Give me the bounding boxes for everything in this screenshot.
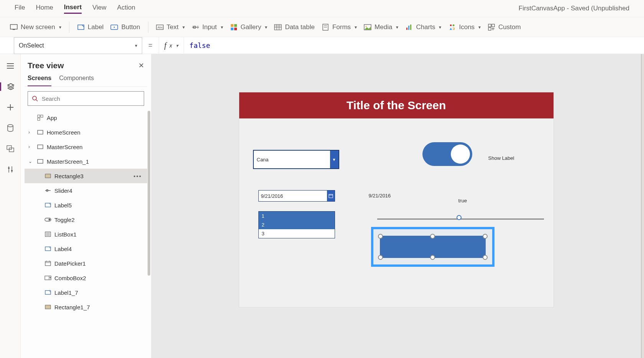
tree-item-rectangle17[interactable]: Rectangle1_7	[25, 300, 147, 314]
list-item[interactable]: 1	[259, 212, 335, 220]
fx-button[interactable]: fx▾	[159, 37, 184, 54]
equals-sign: =	[148, 41, 153, 49]
charts-dd-label: Charts	[416, 23, 435, 31]
charts-dropdown[interactable]: Charts ▾	[405, 23, 441, 31]
search-icon	[32, 95, 38, 102]
tab-screens[interactable]: Screens	[28, 75, 51, 86]
chevron-down-icon[interactable]: ⌄	[28, 159, 34, 164]
media-dropdown[interactable]: Media ▾	[364, 23, 398, 31]
screen-icon	[37, 158, 44, 165]
menu-file[interactable]: File	[15, 4, 25, 13]
rail-data[interactable]	[6, 124, 15, 132]
screen-title[interactable]: Title of the Screen	[239, 92, 554, 118]
tab-components[interactable]: Components	[59, 75, 94, 86]
search-input[interactable]	[28, 91, 144, 106]
canvas-screen[interactable]: Title of the Screen Cana ▼ 9/21/2016 1 2…	[239, 92, 554, 307]
list-item[interactable]: 2	[259, 220, 335, 229]
tree-item-homescreen[interactable]: › HomeScreen	[25, 125, 147, 140]
scrollbar-thumb[interactable]	[148, 111, 150, 276]
tree-item-label: Rectangle1_7	[54, 304, 90, 310]
gallery-dropdown[interactable]: Gallery ▾	[230, 23, 268, 31]
list-item[interactable]: 3	[259, 229, 335, 238]
tree-item-label17[interactable]: Label1_7	[25, 285, 147, 300]
tree-item-rectangle3[interactable]: Rectangle3 •••	[25, 169, 147, 183]
tree-item-listbox1[interactable]: ListBox1	[25, 227, 147, 241]
menu-home[interactable]: Home	[36, 4, 53, 13]
slider-control[interactable]	[377, 217, 544, 221]
selected-rectangle[interactable]	[371, 227, 495, 267]
data-table-button[interactable]: Data table	[274, 23, 315, 31]
tree-item-label: HomeScreen	[47, 129, 80, 136]
gallery-dd-label: Gallery	[241, 23, 261, 31]
search-field[interactable]	[42, 95, 140, 102]
rail-insert[interactable]	[6, 103, 15, 112]
more-icon[interactable]: •••	[133, 173, 142, 179]
resize-handle[interactable]	[378, 234, 383, 239]
custom-dropdown[interactable]: Custom	[488, 23, 521, 31]
svg-rect-76	[329, 194, 333, 198]
true-label[interactable]: true	[458, 198, 467, 204]
resize-handle[interactable]	[483, 255, 488, 260]
formula-input[interactable]: false	[184, 41, 215, 49]
icons-dropdown[interactable]: Icons ▾	[448, 23, 481, 31]
menu-view[interactable]: View	[92, 4, 107, 13]
rectangle-icon	[44, 304, 51, 310]
new-screen-button[interactable]: New screen ▾	[10, 23, 61, 31]
text-dropdown[interactable]: Abc Text ▾	[156, 23, 185, 31]
chevron-down-icon[interactable]: ▼	[330, 151, 338, 168]
date-label[interactable]: 9/21/2016	[369, 193, 391, 199]
tree-item-combobox2[interactable]: ComboBox2	[25, 271, 147, 285]
slider-thumb[interactable]	[457, 215, 462, 220]
menu-insert[interactable]: Insert	[64, 3, 82, 14]
tree-item-label5[interactable]: Label5	[25, 198, 147, 212]
chevron-down-icon: ▾	[59, 25, 61, 30]
property-dropdown[interactable]: OnSelect ▾	[14, 37, 142, 54]
canvas-area[interactable]: ↖ Title of the Screen Cana ▼ 9/21/2016 1…	[151, 54, 641, 358]
rail-media[interactable]	[6, 145, 15, 153]
svg-rect-27	[410, 25, 411, 30]
toggle-label[interactable]: Show Label	[488, 155, 514, 161]
chevron-right-icon[interactable]: ›	[28, 130, 34, 135]
chevron-down-icon: ▾	[221, 25, 223, 30]
toggle-control[interactable]	[422, 142, 472, 166]
tree-item-label4[interactable]: Label4	[25, 241, 147, 256]
svg-rect-53	[38, 159, 43, 163]
layers-icon	[7, 82, 15, 91]
menu-action[interactable]: Action	[117, 4, 135, 13]
chevron-right-icon[interactable]: ›	[28, 144, 34, 149]
svg-point-4	[114, 26, 115, 28]
rail-tree-view[interactable]	[0, 82, 20, 91]
label-button[interactable]: Label	[77, 23, 104, 31]
resize-handle[interactable]	[378, 255, 383, 260]
resize-handle[interactable]	[430, 255, 435, 260]
rectangle-icon	[44, 172, 51, 179]
label-icon	[44, 202, 51, 209]
chevron-down-icon: ▾	[265, 25, 267, 30]
right-panel-edge[interactable]	[641, 54, 644, 358]
tree-item-slider4[interactable]: Slider4	[25, 183, 147, 198]
tree-item-toggle2[interactable]: Toggle2	[25, 212, 147, 227]
chevron-down-icon: ▾	[439, 25, 441, 30]
tree-item-datepicker1[interactable]: DatePicker1	[25, 256, 147, 271]
hamburger-icon[interactable]	[6, 62, 15, 70]
tree-item-masterscreen1[interactable]: ⌄ MasterScreen_1	[25, 154, 147, 169]
rail-tools[interactable]	[6, 165, 15, 174]
input-dropdown[interactable]: Input ▾	[192, 23, 223, 31]
forms-dropdown[interactable]: Forms ▾	[322, 23, 357, 31]
datepicker-control[interactable]: 9/21/2016	[258, 190, 335, 202]
tree-app-root[interactable]: App	[25, 110, 147, 125]
chevron-down-icon: ▾	[182, 25, 185, 30]
tree-item-masterscreen[interactable]: › MasterScreen	[25, 140, 147, 154]
combobox-control[interactable]: Cana ▼	[253, 150, 339, 169]
calendar-icon[interactable]	[327, 190, 335, 201]
app-icon	[37, 114, 44, 121]
data-table-label: Data table	[285, 23, 315, 31]
datepicker-icon	[44, 260, 51, 267]
tree-item-label: Label4	[54, 246, 72, 252]
resize-handle[interactable]	[430, 234, 435, 239]
listbox-control[interactable]: 1 2 3	[258, 211, 335, 238]
button-button[interactable]: Button	[110, 23, 140, 31]
tree-item-label: DatePicker1	[54, 260, 86, 267]
close-icon[interactable]: ✕	[138, 61, 144, 70]
resize-handle[interactable]	[483, 234, 488, 239]
